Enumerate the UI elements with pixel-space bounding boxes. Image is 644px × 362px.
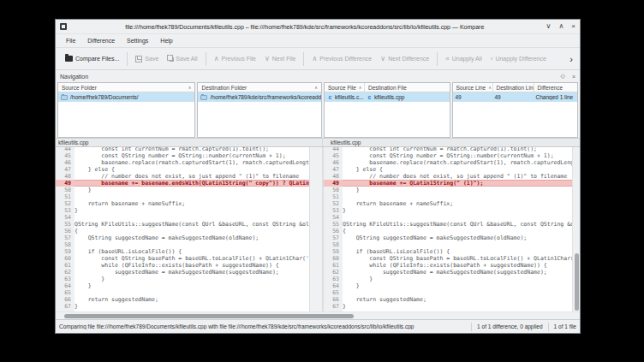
diff-pane-headers: kfileutils.cpp kfileutils.cpp <box>56 138 580 147</box>
horizontal-scrollbar[interactable] <box>56 312 580 319</box>
vertical-scrollbar[interactable] <box>572 147 580 312</box>
line-number: 55 <box>324 221 343 228</box>
code-line: } else { <box>343 166 572 173</box>
code-line: } <box>343 282 572 289</box>
column-header-label: Difference <box>538 85 564 91</box>
title-bar[interactable]: file:///home/fhek789/Documents/kfileutil… <box>56 20 580 34</box>
destination-line-column-header[interactable]: Destination Line <box>492 83 534 92</box>
code-line: } <box>75 303 309 310</box>
changed-code-line[interactable]: basename += basename.endsWith(QLatin1Str… <box>75 180 309 187</box>
line-number: 67 <box>56 303 75 310</box>
toolbar-button-label: Unapply All <box>452 56 482 62</box>
close-button[interactable]: × <box>571 23 575 30</box>
code-line: const QString number = QString::number(c… <box>343 152 572 159</box>
line-number: 64 <box>56 282 75 289</box>
source-line-number: 49 <box>456 94 462 100</box>
menu-bar: File Difference Settings Help <box>56 34 580 47</box>
code-line: } <box>343 207 572 214</box>
left-line-number-gutter: 4445464748495051525354555657585960616263… <box>56 147 75 312</box>
line-number: 61 <box>56 262 75 269</box>
difference-column-header[interactable]: Difference <box>534 83 578 92</box>
menu-item-help[interactable]: Help <box>155 36 177 45</box>
source-folder-row[interactable]: /home/fhek789/Documents/ <box>58 92 194 102</box>
code-line: basename.replace(rmatch.capturedStart(1)… <box>343 159 572 166</box>
line-number: 59 <box>56 248 75 255</box>
code-line <box>75 214 309 221</box>
line-number: 57 <box>324 234 343 241</box>
code-line: } <box>75 276 309 282</box>
sort-ascending-icon: ∧ <box>188 85 192 90</box>
code-line: suggestedName = makeSuggestedName(sugges… <box>343 269 572 276</box>
code-line: } <box>343 303 572 310</box>
diff-view: 4445464748495051525354555657585960616263… <box>56 147 580 312</box>
destination-folder-path: /home/fhek789/kde/src/frameworks/kcoread… <box>210 94 321 100</box>
unapply-all-icon: « <box>445 56 449 62</box>
line-number: 53 <box>324 207 343 214</box>
toolbar-overflow-button[interactable]: › <box>568 54 575 64</box>
list-empty-area <box>198 102 321 137</box>
destination-folder-row[interactable]: /home/fhek789/kde/src/frameworks/kcoread… <box>198 92 321 102</box>
line-number: 60 <box>56 255 75 262</box>
previous-difference-icon: ∧ <box>312 56 317 62</box>
unapply-difference-button: ‹Unapply Difference <box>486 53 551 65</box>
folder-icon <box>200 95 207 100</box>
line-number: 48 <box>56 173 75 180</box>
line-number: 54 <box>324 214 343 221</box>
navigation-panels: Source Folder ∧ /home/fhek789/Documents/… <box>56 82 580 138</box>
next-file-button: ∨Next File <box>260 53 300 65</box>
toolbar-button-label: Next File <box>272 56 296 62</box>
toolbar-button-label: Compare Files... <box>75 56 119 62</box>
next-difference-icon: ∨ <box>380 56 385 62</box>
horizontal-scrollbar-thumb[interactable] <box>64 314 354 318</box>
right-line-number-gutter: 4445464748495051525354555657585960616263… <box>323 147 343 312</box>
line-number: 51 <box>56 193 75 200</box>
menu-item-difference[interactable]: Difference <box>82 36 120 45</box>
pane-splitter[interactable] <box>309 147 323 312</box>
minimize-button[interactable]: ∨ <box>546 23 552 30</box>
destination-file-column-header[interactable]: Destination File <box>364 83 450 92</box>
destination-line-number: 49 <box>495 94 501 100</box>
source-folder-column-header[interactable]: Source Folder ∧ <box>58 83 194 92</box>
code-line: suggestedName = makeSuggestedName(sugges… <box>75 269 309 276</box>
source-line-column-header[interactable]: Source Line ∧ <box>453 83 492 92</box>
line-number: 62 <box>324 269 343 276</box>
code-line: } <box>75 282 309 289</box>
next-difference-button: ∨Next Difference <box>376 53 433 65</box>
column-header-label: Destination File <box>368 85 407 91</box>
compare-files-button[interactable]: Compare Files... <box>61 53 123 64</box>
kompare-app-icon <box>60 23 67 30</box>
changed-code-line[interactable]: basename += QLatin1String(" (1)"); <box>343 180 572 187</box>
left-code-pane[interactable]: const int currentNum = rmatch.captured(1… <box>75 147 309 312</box>
line-number: 65 <box>56 289 75 296</box>
toolbar-button-label: Save All <box>176 56 197 62</box>
menu-item-settings[interactable]: Settings <box>122 36 153 45</box>
sort-ascending-icon: ∧ <box>359 85 362 90</box>
vertical-scrollbar-thumb[interactable] <box>575 253 579 311</box>
code-line: while (QFileInfo::exists(basePath + sugg… <box>75 262 309 269</box>
line-number: 66 <box>56 296 75 303</box>
difference-row[interactable]: 49 49 Changed 1 line <box>453 92 578 102</box>
toolbar-button-label: Save <box>145 56 158 62</box>
source-folder-panel: Source Folder ∧ /home/fhek789/Documents/ <box>57 82 195 138</box>
line-number: 53 <box>56 207 75 214</box>
code-line: const QString number = QString::number(c… <box>75 152 309 159</box>
line-number: 64 <box>324 282 343 289</box>
code-line <box>343 214 572 221</box>
files-row[interactable]: kfileutils.c... kfileutils.cpp <box>325 92 450 102</box>
previous-difference-button: ∧Previous Difference <box>307 53 376 65</box>
right-code-pane[interactable]: const int currentNum = rmatch.captured(1… <box>343 147 572 312</box>
source-file-column-header[interactable]: Source File ∧ <box>325 83 364 92</box>
line-number: 45 <box>56 152 75 159</box>
menu-item-file[interactable]: File <box>61 36 80 45</box>
source-folder-path: /home/fhek789/Documents/ <box>70 94 139 100</box>
dock-float-icon[interactable]: ◇ <box>561 73 565 80</box>
status-separator <box>548 323 549 331</box>
destination-folder-column-header[interactable]: Destination Folder ∧ <box>198 83 321 92</box>
dock-close-icon[interactable]: × <box>572 74 575 80</box>
maximize-button[interactable]: ∧ <box>558 23 564 30</box>
line-number: 61 <box>324 262 343 269</box>
code-line: return basename + nameSuffix; <box>75 200 309 207</box>
previous-file-button: ∧Previous File <box>210 53 260 65</box>
code-line: const QString basePath = baseURL.toLocal… <box>343 255 572 262</box>
line-number: 55 <box>56 221 75 228</box>
